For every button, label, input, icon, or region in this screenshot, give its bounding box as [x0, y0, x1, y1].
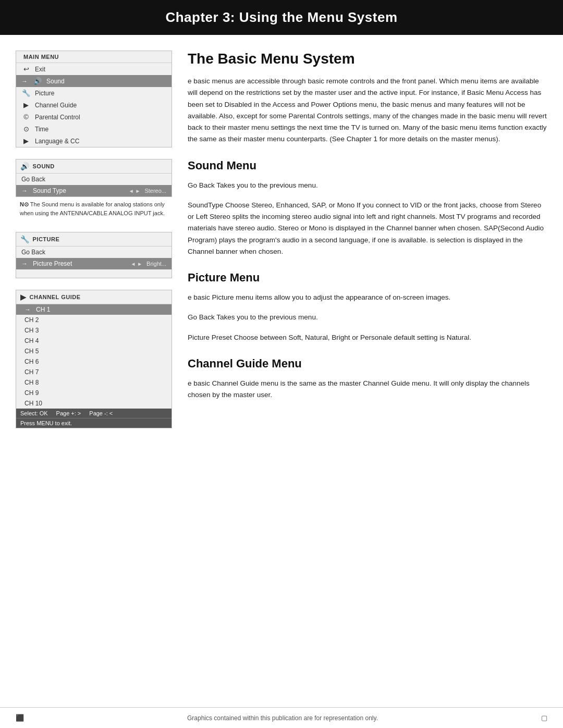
- picture-icon: 🔧: [21, 89, 31, 97]
- channel-row-8[interactable]: CH 8: [16, 377, 172, 388]
- picture-section-title: Picture Menu: [188, 271, 547, 285]
- sound-type-value: Stereo...: [144, 188, 166, 194]
- ch1-arrow: →: [25, 306, 31, 313]
- ch2-label: CH 2: [25, 316, 39, 324]
- channel-row-3[interactable]: CH 3: [16, 325, 172, 336]
- footer-left-symbol: ⬛: [16, 714, 24, 722]
- main-menu-panel: MAIN MENU ↩ Exit → 🔊 Sound 🔧 Picture ▶ C…: [16, 51, 172, 147]
- picture-para-2: Go Back Takes you to the previous menu.: [188, 312, 547, 323]
- exit-label: Exit: [35, 66, 166, 73]
- sound-section-title: Sound Menu: [188, 159, 547, 172]
- picture-section: Picture Menu e basic Picture menu items …: [188, 271, 547, 343]
- ch4-label: CH 4: [25, 337, 39, 344]
- exit-icon: ↩: [21, 65, 31, 73]
- picture-para-1: e basic Picture menu items allow you to …: [188, 292, 547, 303]
- picture-para-3: Picture Preset Choose between Soft, Natu…: [188, 332, 547, 343]
- time-icon: ⊙: [21, 125, 31, 133]
- sound-type-row[interactable]: → Sound Type ◄ ► Stereo...: [16, 185, 172, 196]
- sound-type-label: Sound Type: [33, 187, 125, 194]
- picture-preset-arrow: →: [21, 260, 28, 267]
- channel-guide-header: ▶ CHANNEL GUIDE: [16, 290, 172, 304]
- channel-guide-panel: ▶ CHANNEL GUIDE → CH 1 CH 2 CH 3 CH 4: [16, 290, 172, 428]
- main-body-text: e basic menus are accessible through bas…: [188, 76, 547, 145]
- channel-row-4[interactable]: CH 4: [16, 336, 172, 346]
- picture-menu-icon: 🔧: [20, 235, 30, 243]
- picture-preset-label: Picture Preset: [33, 260, 127, 267]
- sound-section: Sound Menu Go Back Takes you to the prev…: [188, 159, 547, 258]
- picture-preset-value: Bright...: [146, 261, 166, 267]
- picture-menu-label: PICTURE: [33, 236, 60, 242]
- menu-row-picture[interactable]: 🔧 Picture: [16, 87, 172, 99]
- chapter-header: Chapter 3: Using the Menu System: [0, 0, 563, 35]
- left-column: MAIN MENU ↩ Exit → 🔊 Sound 🔧 Picture ▶ C…: [16, 51, 172, 428]
- sound-type-nav: ◄ ►: [129, 188, 141, 194]
- main-menu-header: MAIN MENU: [16, 51, 172, 63]
- menu-row-exit[interactable]: ↩ Exit: [16, 63, 172, 75]
- footer-page-plus: Page +: >: [56, 410, 81, 416]
- sound-menu-icon: 🔊: [20, 162, 30, 170]
- language-label: Language & CC: [35, 138, 166, 145]
- picture-menu-panel: 🔧 PICTURE Go Back → Picture Preset ◄ ► B…: [16, 232, 172, 278]
- sound-icon: 🔊: [33, 77, 42, 85]
- sound-para-1: Go Back Takes you to the previous menu.: [188, 180, 547, 191]
- menu-row-language[interactable]: ▶ Language & CC: [16, 135, 172, 147]
- picture-spacer-row: [16, 269, 172, 278]
- footer-page-minus: Page -: <: [89, 410, 113, 416]
- channel-guide-panel-label: CHANNEL GUIDE: [30, 294, 81, 300]
- sound-note-text: The Sound menu is available for analog s…: [20, 201, 165, 216]
- channel-guide-para-1: e basic Channel Guide menu is the same a…: [188, 378, 547, 401]
- channel-row-10[interactable]: CH 10: [16, 398, 172, 409]
- channel-row-1[interactable]: → CH 1: [16, 304, 172, 315]
- channel-footer: Select: OK Page +: > Page -: <: [16, 409, 172, 418]
- menu-row-parental[interactable]: © Parental Control: [16, 111, 172, 123]
- main-content: MAIN MENU ↩ Exit → 🔊 Sound 🔧 Picture ▶ C…: [0, 51, 563, 428]
- sound-menu-wrapper: 🔊 SOUND Go Back → Sound Type ◄ ► Stereo.…: [16, 159, 172, 220]
- sound-note: N⊙ The Sound menu is available for analo…: [16, 197, 172, 220]
- ch10-label: CH 10: [25, 400, 42, 407]
- channel-row-9[interactable]: CH 9: [16, 388, 172, 398]
- channel-row-6[interactable]: CH 6: [16, 356, 172, 367]
- sound-menu-header: 🔊 SOUND: [16, 159, 172, 174]
- sound-note-bold: N⊙: [20, 201, 29, 207]
- menu-row-channel-guide[interactable]: ▶ Channel Guide: [16, 99, 172, 111]
- picture-label: Picture: [35, 90, 166, 97]
- ch1-label: CH 1: [36, 306, 163, 313]
- sound-menu-panel: 🔊 SOUND Go Back → Sound Type ◄ ► Stereo.…: [16, 159, 172, 197]
- ch5-label: CH 5: [25, 348, 39, 355]
- sound-type-arrow: →: [21, 187, 28, 194]
- channel-row-2[interactable]: CH 2: [16, 315, 172, 325]
- channel-row-7[interactable]: CH 7: [16, 367, 172, 377]
- channel-row-5[interactable]: CH 5: [16, 346, 172, 356]
- sound-para-2: SoundType Choose Stereo, Enhanced, SAP, …: [188, 200, 547, 257]
- main-section-title: The Basic Menu System: [188, 51, 547, 67]
- ch3-label: CH 3: [25, 327, 39, 334]
- menu-row-time[interactable]: ⊙ Time: [16, 123, 172, 135]
- channel-list: → CH 1 CH 2 CH 3 CH 4 CH 5 CH 6: [16, 304, 172, 409]
- parental-label: Parental Control: [35, 114, 166, 121]
- picture-menu-header: 🔧 PICTURE: [16, 232, 172, 246]
- ch9-label: CH 9: [25, 389, 39, 397]
- channel-footer-note: Press MENU to exit.: [16, 418, 172, 428]
- picture-preset-row[interactable]: → Picture Preset ◄ ► Bright...: [16, 258, 172, 269]
- menu-row-sound[interactable]: → 🔊 Sound: [16, 75, 172, 87]
- parental-icon: ©: [21, 113, 31, 121]
- channel-guide-icon: ▶: [21, 101, 31, 109]
- footer-right-symbol: ▢: [541, 714, 547, 722]
- sound-label: Sound: [46, 78, 166, 85]
- picture-go-back-label: Go Back: [21, 249, 166, 256]
- ch6-label: CH 6: [25, 358, 39, 365]
- channel-guide-panel-icon: ▶: [20, 293, 27, 301]
- sound-go-back-label: Go Back: [21, 176, 166, 183]
- language-icon: ▶: [21, 137, 31, 145]
- sound-arrow: →: [21, 78, 28, 85]
- footer-center-text: Graphics contained within this publicati…: [187, 714, 378, 722]
- picture-go-back-row[interactable]: Go Back: [16, 246, 172, 258]
- right-column: The Basic Menu System e basic menus are …: [188, 51, 547, 428]
- page-footer: ⬛ Graphics contained within this publica…: [0, 707, 563, 728]
- ch7-label: CH 7: [25, 368, 39, 376]
- channel-guide-section: Channel Guide Menu e basic Channel Guide…: [188, 357, 547, 401]
- sound-go-back-row[interactable]: Go Back: [16, 174, 172, 185]
- main-menu-label: MAIN MENU: [23, 54, 59, 60]
- channel-guide-label: Channel Guide: [35, 102, 166, 109]
- time-label: Time: [35, 126, 166, 133]
